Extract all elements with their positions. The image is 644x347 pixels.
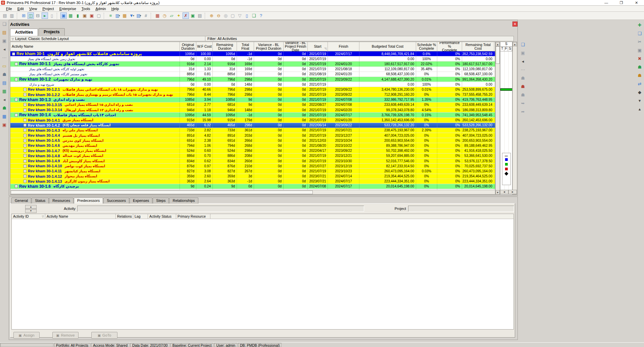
print-icon[interactable]: ▥ — [9, 12, 15, 19]
expander-icon[interactable]: + — [23, 129, 27, 132]
gantt-scroll-up-icon[interactable]: ▲ — [513, 42, 517, 46]
gantt-left-icon[interactable]: ◄ — [500, 190, 508, 194]
table-row[interactable]: +Rev kham 30-1.4.10ايستگاه پمپاژ كوت نوا… — [10, 164, 495, 169]
gantt-right-icon[interactable]: ► — [508, 190, 517, 194]
predecessor-icon[interactable]: ⇄ — [637, 81, 643, 87]
expander-icon[interactable]: + — [23, 154, 27, 157]
role-icon[interactable]: ☗ — [520, 92, 526, 98]
layout-view-icon[interactable]: ◫ — [28, 12, 34, 19]
details-tab-predecessors[interactable]: Predecessors — [74, 198, 103, 204]
arrow-icon[interactable]: ◂ — [1, 96, 8, 103]
next-icon[interactable]: ➥ — [520, 100, 526, 106]
expander-icon[interactable]: + — [23, 149, 27, 152]
table-row[interactable]: تجهيز مستمر كارگاه بخش ايستگاه های پمپاژ… — [10, 72, 495, 77]
progress-icon[interactable]: ▣ — [190, 12, 196, 19]
zoom-in-icon[interactable]: ⊕ — [208, 12, 215, 19]
details-tab-successors[interactable]: Successors — [103, 198, 129, 204]
zoom-out-icon[interactable]: ⊖ — [215, 12, 222, 19]
table-row[interactable]: +Rev kham 30-1.4.5ايستگاه پمپاژ كوي مدرس… — [10, 138, 495, 143]
column-header[interactable]: Performance %Complete — [437, 42, 462, 51]
add-layout-icon[interactable]: ❑ — [1, 21, 8, 27]
copy-activity-icon[interactable]: ❑ — [637, 30, 643, 37]
column-header[interactable]: W.F Cost — [196, 42, 213, 51]
menu-tools[interactable]: Tools — [79, 6, 93, 11]
roles-icon[interactable]: ▣ — [82, 12, 88, 19]
table-row[interactable]: −Rev kham 30-1پروژه ساماندهي فاضلاب كلان… — [10, 51, 495, 56]
expander-icon[interactable]: − — [15, 114, 18, 117]
column-header[interactable]: Schedule %Complete — [416, 42, 437, 51]
resources2-icon[interactable]: ☗ — [637, 64, 643, 70]
menu-help[interactable]: Help — [109, 6, 122, 11]
expander-icon[interactable]: + — [23, 170, 27, 173]
table-row[interactable]: +Rev kham 30-1.2.2تهيه و تدارک تجهيزات ۱… — [10, 92, 495, 97]
close-button[interactable]: ✕ — [629, 0, 644, 5]
open-icon[interactable]: ▤ — [1, 29, 8, 36]
tab-activities[interactable]: Activities — [10, 29, 38, 36]
expander-icon[interactable]: + — [23, 93, 27, 96]
table-row[interactable]: +Rev kham 30-1.3.15نصب و راه اندازي ۱۵ ا… — [10, 102, 495, 107]
people-icon[interactable]: ☗ — [1, 105, 8, 111]
activity-field[interactable] — [77, 206, 364, 212]
expander-icon[interactable]: − — [15, 78, 18, 81]
schedule-icon[interactable]: ◷ — [161, 12, 168, 19]
split-icon[interactable]: ▯ — [244, 12, 250, 19]
gantt-vscrollbar[interactable]: ▲ ▼ — [512, 42, 517, 195]
collapse-all-icon[interactable]: ▴ — [637, 106, 643, 112]
user-icon[interactable]: ☗ — [1, 71, 8, 78]
assign-button[interactable]: ▣Assign — [13, 332, 40, 339]
column-header[interactable]: Start◹ — [308, 42, 328, 51]
menu-file[interactable]: File — [3, 6, 15, 11]
filter-icon[interactable]: ▼▾ — [129, 12, 135, 19]
level-icon[interactable]: ▱ — [168, 12, 175, 19]
group-band-icon[interactable]: ≡ — [107, 12, 114, 19]
resources-assign-icon[interactable]: ✦ — [176, 12, 182, 19]
column-header[interactable]: OriginalDuration — [180, 42, 196, 51]
table-row[interactable]: +Rev kham 30-1.4.3ايستگاه پمپاژ ملي راه … — [10, 128, 495, 133]
activity-stepper[interactable]: ▲▼ — [25, 205, 37, 212]
remove-button[interactable]: ▣Remove — [52, 332, 79, 339]
collapse-icon[interactable]: ◂ — [520, 58, 526, 64]
expander-icon[interactable]: − — [15, 185, 18, 188]
table-row[interactable]: شروع تهيه و تدارک 0d 0.00 0d 148d 0d 0d … — [10, 82, 495, 87]
columns-icon[interactable]: ▥▾ — [114, 12, 121, 19]
resources-table-icon[interactable]: ▦ — [67, 12, 74, 19]
expander-icon[interactable]: + — [23, 160, 27, 163]
dots2-icon[interactable]: ⋯ — [520, 67, 526, 73]
expand-all-icon[interactable]: ▾ — [637, 97, 643, 104]
details-tab-relationships[interactable]: Relationships — [169, 198, 198, 204]
table-row[interactable]: +Rev kham 30-1.4.11ايستگاه پمپاژ كيانشهر… — [10, 169, 495, 174]
print-preview-icon[interactable]: ▤ — [2, 12, 8, 19]
column-header[interactable]: Variance - BLProject Finish Date — [284, 42, 308, 51]
back-icon[interactable]: ◂ — [1, 46, 8, 52]
column-header[interactable]: Finish — [328, 42, 359, 51]
table-row[interactable]: −Rev kham 30-1.6برچيدن كارگاه 9d 0.24 9d… — [10, 184, 495, 189]
chart-icon[interactable]: ▮ — [75, 12, 81, 19]
column-header[interactable]: Variance - BLProject Duration — [254, 42, 284, 51]
activity-details-icon[interactable]: ▦ — [154, 12, 161, 19]
table-font-icon[interactable]: ▦ — [121, 12, 128, 19]
table-row[interactable]: +Rev kham 30-1.4.2ايستگاه پمپاژ قلعه چنع… — [10, 123, 495, 128]
res-icon[interactable]: ▣ — [1, 122, 8, 128]
pointer-bar-icon[interactable]: ▸ — [42, 12, 48, 19]
expander-icon[interactable]: − — [15, 98, 18, 101]
group-sort-icon[interactable]: ▤▾ — [136, 12, 142, 19]
table-row[interactable]: +Rev kham 30-1.4.6ايستگاه پمپاژ مهديس 79… — [10, 143, 495, 148]
menu-admin[interactable]: Admin — [93, 6, 108, 11]
roles2-icon[interactable]: ☗ — [637, 72, 643, 79]
expander-icon[interactable]: + — [23, 124, 27, 127]
add-activity-icon[interactable]: ✚ — [637, 22, 643, 28]
scroll-down-icon[interactable]: ▼ — [496, 190, 500, 194]
cut-icon[interactable]: ✂ — [637, 39, 643, 45]
table-row[interactable]: +Rev kham 30-1.4.8ايستگاه پمپاژ كوت عبدا… — [10, 154, 495, 159]
maximize-button[interactable]: ❐ — [614, 0, 629, 5]
details-column-header[interactable]: Activity Status — [148, 214, 176, 219]
details-column-header[interactable]: Lag — [133, 214, 148, 219]
details-tab-expenses[interactable]: Expenses — [130, 198, 152, 204]
menu-edit[interactable]: Edit — [15, 6, 27, 11]
gantt-hscroll-nav[interactable]: ◄ ► — [500, 190, 517, 194]
table-row[interactable]: +Rev kham 30-1.4.4ايستگاه پمپاژ پل هشتم … — [10, 133, 495, 138]
spotlight-icon[interactable]: ▤ — [197, 12, 203, 19]
layout-options-bar[interactable]: ▽Layout: Classic Schedule Layout Filter:… — [10, 36, 514, 41]
table-view-icon[interactable]: ⊞ — [20, 12, 27, 19]
details-tab-steps[interactable]: Steps — [153, 198, 169, 204]
